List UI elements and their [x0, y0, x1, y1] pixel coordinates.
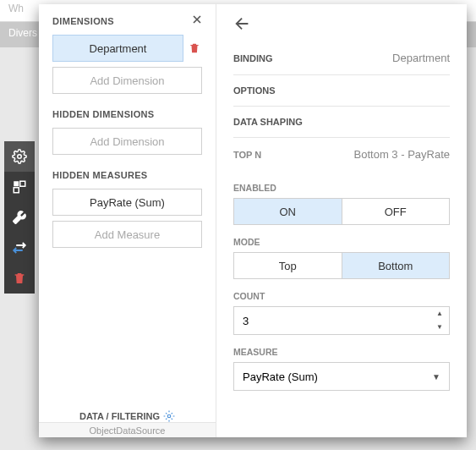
mode-label: MODE — [233, 237, 450, 247]
back-icon[interactable] — [233, 14, 252, 33]
convert-icon[interactable] — [4, 233, 35, 263]
wrench-icon[interactable] — [4, 202, 35, 233]
enabled-on-option[interactable]: ON — [234, 199, 342, 224]
left-panel: DIMENSIONS Department Add Dimension HIDD… — [39, 4, 216, 437]
add-hidden-dimension-button[interactable]: Add Dimension — [52, 128, 202, 155]
close-icon[interactable] — [190, 13, 204, 26]
count-label: COUNT — [233, 291, 450, 301]
svg-rect-2 — [20, 181, 25, 186]
enabled-toggle: ON OFF — [233, 198, 450, 225]
config-panel: DIMENSIONS Department Add Dimension HIDD… — [39, 4, 467, 437]
svg-point-4 — [167, 414, 171, 418]
add-measure-button[interactable]: Add Measure — [52, 221, 202, 248]
measure-label: MEASURE — [233, 347, 450, 357]
count-down-icon[interactable]: ▼ — [430, 321, 449, 334]
dimensions-title: DIMENSIONS — [52, 16, 202, 26]
measure-dropdown[interactable]: PayRate (Sum) ▼ — [233, 362, 450, 391]
binding-row[interactable]: BINDING Department — [233, 41, 450, 75]
measure-item[interactable]: PayRate (Sum) — [52, 189, 202, 216]
caret-down-icon: ▼ — [432, 372, 440, 381]
mode-top-option[interactable]: Top — [234, 253, 342, 278]
data-shaping-row[interactable]: DATA SHAPING — [233, 107, 450, 138]
gear-icon[interactable] — [4, 141, 35, 172]
topn-row: TOP N Bottom 3 - PayRate — [233, 138, 450, 171]
mode-toggle: Top Bottom — [233, 252, 450, 279]
options-row[interactable]: OPTIONS — [233, 75, 450, 107]
add-dimension-button[interactable]: Add Dimension — [52, 67, 202, 94]
count-input[interactable]: 3 ▲ ▼ — [233, 306, 450, 335]
data-source-label: ObjectDataSource — [39, 422, 216, 437]
svg-rect-1 — [14, 181, 19, 186]
hidden-dimensions-title: HIDDEN DIMENSIONS — [52, 109, 202, 119]
side-rail — [4, 141, 35, 294]
right-panel: BINDING Department OPTIONS DATA SHAPING … — [216, 4, 467, 437]
mode-bottom-option[interactable]: Bottom — [342, 253, 450, 278]
hidden-measures-title: HIDDEN MEASURES — [52, 170, 202, 180]
svg-point-0 — [18, 155, 22, 159]
remove-dimension-icon[interactable] — [189, 42, 202, 54]
data-filtering-button[interactable]: DATA / FILTERING — [39, 410, 216, 422]
gear-icon — [163, 410, 175, 422]
enabled-off-option[interactable]: OFF — [342, 199, 450, 224]
svg-rect-3 — [14, 188, 19, 193]
layout-icon[interactable] — [4, 172, 35, 202]
trash-icon[interactable] — [4, 263, 35, 294]
dimension-item[interactable]: Department — [52, 35, 183, 62]
count-up-icon[interactable]: ▲ — [430, 307, 449, 321]
enabled-label: ENABLED — [233, 183, 450, 193]
